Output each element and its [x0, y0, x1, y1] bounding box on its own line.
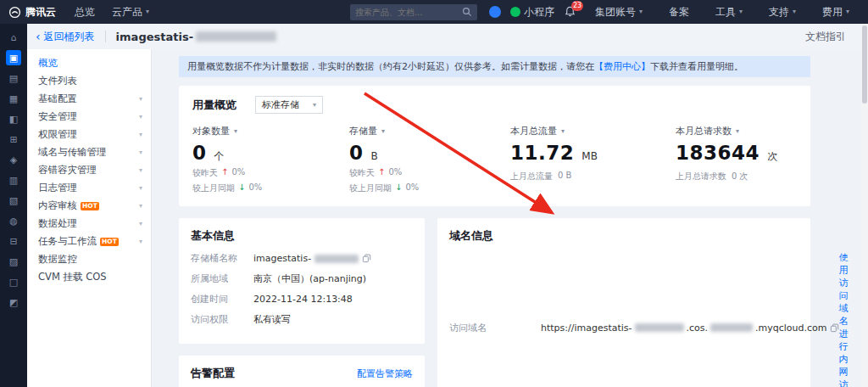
scrollbar-thumb[interactable]	[862, 25, 867, 104]
sidebar-item-content-audit[interactable]: 内容审核 HOT ▾	[27, 197, 151, 215]
metric-value: 183644	[676, 142, 760, 164]
chevron-down-icon: ▾	[736, 127, 739, 135]
copy-icon[interactable]	[830, 323, 839, 333]
region-row: 所属地域 南京（中国）(ap-nanjing)	[191, 272, 413, 285]
sidebar-item-basic-config[interactable]: 基础配置 ▾	[27, 90, 151, 108]
domain-info-card: 域名信息 访问域名 https://imagestatis- .cos. .my…	[437, 218, 810, 387]
chevron-down-icon: ▾	[739, 0, 743, 24]
alarm-config-card: 告警配置 配置告警策略 当前报警 0 已配置告警策略 0	[179, 356, 425, 387]
usage-notice-banner: 用量概览数据不作为计量数据，非实时的数据（约有2小时延迟）仅供参考。如需计量数据…	[179, 56, 810, 77]
rail-home-icon[interactable]: ⌂	[6, 30, 21, 45]
rail-icon-12[interactable]: □	[6, 274, 21, 289]
nav-overview[interactable]: 总览	[66, 0, 103, 24]
hot-badge: HOT	[81, 202, 99, 210]
rail-icon-5[interactable]: ⊞	[6, 132, 21, 147]
sidebar-item-file-list[interactable]: 文件列表	[27, 72, 151, 90]
chevron-down-icon: ▾	[313, 101, 316, 109]
chevron-down-icon: ▾	[793, 0, 796, 24]
rail-icon-10[interactable]: ⊟	[6, 233, 21, 249]
chevron-down-icon: ▾	[561, 127, 565, 135]
sidebar-item-data-monitoring[interactable]: 数据监控	[27, 250, 151, 268]
sidebar-item-tasks-workflow[interactable]: 任务与工作流 HOT ▾	[27, 233, 151, 250]
metric-value: 0	[192, 142, 207, 164]
redacted-region-part	[710, 323, 753, 332]
rail-icon-4[interactable]: ◧	[6, 111, 21, 126]
product-rail: ⌂ ▣ ▤ ▦ ◧ ⊞ ◈ ▥ ▧ ◍ ⊟ ▨ □ ◩	[0, 24, 27, 387]
bucket-sidebar: 概览 文件列表 基础配置 ▾ 安全管理 ▾ 权限管理 ▾ 域名与传输管理 ▾ 容…	[27, 49, 152, 387]
rail-cos-active-icon[interactable]: ▣	[6, 50, 21, 65]
sidebar-item-logging[interactable]: 日志管理 ▾	[27, 179, 151, 197]
intranet-access-link[interactable]: 使用访问域名进行内网访问	[839, 251, 849, 387]
rail-icon-6[interactable]: ◈	[6, 152, 21, 167]
sidebar-item-domain-transfer[interactable]: 域名与传输管理 ▾	[27, 143, 151, 161]
usage-overview-card: 用量概览 标准存储 ▾ 对象数量 ▾ 0 个	[179, 86, 810, 206]
rail-icon-13[interactable]: ◩	[6, 294, 21, 310]
menu-support[interactable]: 支持 ▾	[760, 0, 804, 24]
metric-selector[interactable]: 存储量 ▾	[349, 125, 510, 137]
chevron-down-icon: ▾	[146, 0, 149, 24]
basic-info-card: 基本信息 存储桶名称 imagestatis-	[179, 218, 425, 344]
usage-title: 用量概览	[192, 98, 236, 113]
sidebar-item-fault-tolerance[interactable]: 容错容灾管理 ▾	[27, 161, 151, 179]
basic-info-title: 基本信息	[191, 228, 413, 244]
chevron-down-icon: ▾	[139, 113, 142, 121]
metric-value: 0	[349, 142, 364, 164]
creation-time-row: 创建时间 2022-11-24 12:13:48	[191, 293, 413, 306]
back-arrow-icon: ‹	[36, 31, 41, 42]
menu-beian[interactable]: 备案	[660, 0, 698, 24]
avatar[interactable]	[489, 6, 501, 18]
metric-monthly-requests: 本月总请求数 ▾ 183644 次 上月总请求数 0 次	[676, 125, 797, 194]
billing-center-link[interactable]: 【费用中心】	[594, 61, 650, 72]
metric-selector[interactable]: 本月总流量 ▾	[510, 125, 676, 137]
sidebar-item-permissions[interactable]: 权限管理 ▾	[27, 126, 151, 143]
chevron-down-icon: ▾	[139, 166, 142, 174]
mini-program-entry[interactable]: 小程序	[510, 5, 554, 20]
rail-icon-2[interactable]: ▤	[6, 70, 21, 86]
rail-icon-7[interactable]: ▥	[6, 172, 21, 188]
configure-alarm-policy-link[interactable]: 配置告警策略	[357, 367, 413, 380]
rail-icon-8[interactable]: ▧	[6, 193, 21, 208]
top-navbar: 腾讯云 总览 云产品 ▾ 小程序 23	[0, 0, 868, 24]
notification-bell[interactable]: 23	[564, 5, 577, 19]
metric-storage-volume: 存储量 ▾ 0 B 较昨天 ↑ 0% 较上月同期	[349, 125, 510, 194]
doc-guide-link[interactable]: 文档指引	[805, 30, 846, 44]
bucket-name-row: 存储桶名称 imagestatis-	[191, 252, 413, 265]
storage-class-select[interactable]: 标准存储 ▾	[255, 96, 323, 114]
down-arrow-icon: ↓	[238, 182, 245, 194]
rail-icon-11[interactable]: ▨	[6, 254, 21, 269]
chevron-down-icon: ▾	[639, 0, 643, 24]
metric-monthly-traffic: 本月总流量 ▾ 11.72 MB 上月总流量 0 B	[510, 125, 676, 194]
chevron-down-icon: ▾	[846, 0, 849, 24]
copy-icon[interactable]	[362, 254, 371, 263]
mini-program-icon	[510, 7, 520, 17]
chevron-down-icon: ▾	[139, 220, 142, 227]
chevron-down-icon: ▾	[139, 202, 142, 210]
search-input[interactable]	[355, 8, 458, 17]
menu-tools[interactable]: 工具 ▾	[707, 0, 751, 24]
search-icon[interactable]	[462, 7, 472, 17]
up-arrow-icon: ↑	[221, 167, 228, 179]
chevron-down-icon: ▾	[139, 238, 142, 245]
metric-selector[interactable]: 对象数量 ▾	[192, 125, 349, 137]
sidebar-item-security[interactable]: 安全管理 ▾	[27, 108, 151, 126]
sidebar-item-overview[interactable]: 概览	[27, 54, 151, 72]
rail-icon-3[interactable]: ▦	[6, 91, 21, 106]
metric-value: 11.72	[510, 142, 574, 164]
chevron-down-icon: ▾	[139, 184, 142, 192]
sidebar-item-cvm-mount[interactable]: CVM 挂载 COS	[27, 268, 151, 286]
sidebar-item-data-processing[interactable]: 数据处理 ▾	[27, 215, 151, 233]
metric-selector[interactable]: 本月总请求数 ▾	[676, 125, 797, 137]
global-search[interactable]	[350, 4, 477, 20]
rail-icon-9[interactable]: ◍	[6, 213, 21, 228]
page-title: imagestatis-	[116, 31, 276, 43]
vertical-scrollbar[interactable]	[861, 24, 868, 387]
up-arrow-icon: ↑	[378, 167, 385, 179]
chevron-down-icon: ▾	[381, 127, 385, 135]
back-to-bucket-list-link[interactable]: ‹ 返回桶列表	[36, 30, 95, 44]
access-domain-row: 访问域名 https://imagestatis- .cos. .myqclou…	[449, 251, 798, 387]
menu-group-account[interactable]: 集团账号 ▾	[587, 0, 651, 24]
tencent-cloud-logo[interactable]: 腾讯云	[0, 5, 66, 20]
chevron-down-icon: ▾	[139, 131, 142, 138]
nav-cloud-products[interactable]: 云产品 ▾	[103, 0, 158, 24]
menu-billing[interactable]: 费用 ▾	[814, 0, 858, 24]
